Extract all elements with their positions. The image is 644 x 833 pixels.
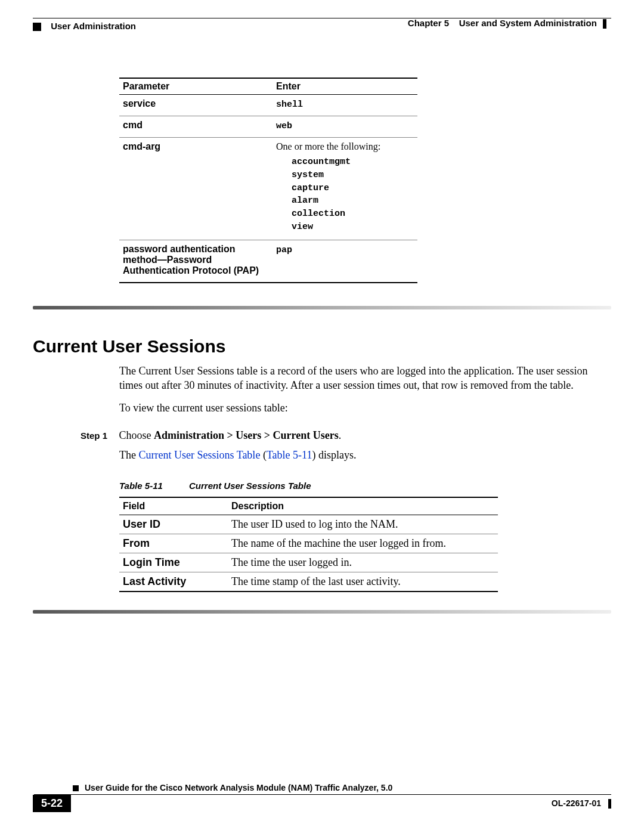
cmdarg-opt: capture (292, 182, 414, 195)
enter-cell: shell (276, 100, 303, 110)
field-cell: From (119, 534, 228, 553)
section-divider (33, 306, 611, 309)
table-row: password authentication method—Password … (119, 240, 417, 283)
cmdarg-opt: view (292, 221, 414, 234)
field-cell: User ID (119, 515, 228, 534)
table-row: From The name of the machine the user lo… (119, 534, 498, 553)
tf-post: ) displays. (312, 449, 356, 461)
tf-pre: The (119, 449, 138, 461)
table-row: cmd web (119, 116, 417, 138)
param-cell: password authentication method—Password … (119, 240, 273, 283)
chapter-label: Chapter 5 (408, 18, 449, 28)
table-caption-title: Current User Sessions Table (189, 481, 311, 491)
param-cell: service (119, 95, 273, 116)
desc-cell: The user ID used to log into the NAM. (228, 515, 498, 534)
col-description: Description (228, 497, 498, 515)
enter-cell: web (276, 121, 292, 131)
page-number-badge: 5-22 (33, 795, 71, 812)
footer-doc-title: User Guide for the Cisco Network Analysi… (85, 783, 392, 792)
step-path: Administration > Users > Current Users (154, 429, 339, 441)
tf-mid: ( (260, 449, 267, 461)
header-end-marker (603, 19, 606, 29)
cmdarg-opt: collection (292, 208, 414, 221)
step-suffix: . (339, 429, 342, 441)
table-row: service shell (119, 95, 417, 116)
page-header: Chapter 5 User and System Administration… (33, 18, 611, 31)
cmdarg-opt: alarm (292, 194, 414, 208)
section-marker-icon (33, 23, 41, 31)
chapter-title: User and System Administration (459, 18, 597, 28)
desc-cell: The name of the machine the user logged … (228, 534, 498, 553)
param-cell: cmd-arg (119, 138, 273, 240)
cmdarg-opt: accountmgmt (292, 156, 414, 169)
table-caption: Table 5-11 Current User Sessions Table (119, 481, 611, 491)
param-cell: cmd (119, 116, 273, 138)
cmdarg-intro: One or more the following: (276, 141, 380, 151)
desc-cell: The time stamp of the last user activity… (228, 572, 498, 592)
col-parameter: Parameter (119, 78, 273, 95)
footer-marker-icon (73, 785, 79, 791)
step-follow: The Current User Sessions Table (Table 5… (119, 449, 611, 462)
field-cell: Login Time (119, 553, 228, 572)
table-row: cmd-arg One or more the following: accou… (119, 138, 417, 240)
step-label: Step 1 (80, 431, 116, 441)
parameter-table: Parameter Enter service shell cmd web cm… (119, 78, 417, 283)
cmdarg-options: accountmgmt system capture alarm collect… (292, 156, 414, 234)
body-paragraph: The Current User Sessions table is a rec… (119, 364, 611, 393)
step-row: Step 1 Choose Administration > Users > C… (80, 429, 611, 442)
desc-cell: The time the user logged in. (228, 553, 498, 572)
link-current-user-sessions-table[interactable]: Current User Sessions Table (138, 449, 260, 461)
footer-end-marker (608, 799, 611, 809)
field-table: Field Description User ID The user ID us… (119, 497, 498, 592)
col-field: Field (119, 497, 228, 515)
field-cell: Last Activity (119, 572, 228, 592)
section-title: User Administration (51, 21, 136, 31)
doc-number: OL-22617-01 (552, 798, 601, 808)
page-footer: User Guide for the Cisco Network Analysi… (33, 782, 611, 812)
col-enter: Enter (273, 78, 417, 95)
link-table-5-11[interactable]: Table 5-11 (267, 449, 312, 461)
page-title: Current User Sessions (33, 336, 611, 357)
table-row: User ID The user ID used to log into the… (119, 515, 498, 534)
step-prefix: Choose (119, 429, 154, 441)
table-row: Login Time The time the user logged in. (119, 553, 498, 572)
enter-cell: pap (276, 245, 292, 255)
body-paragraph: To view the current user sessions table: (119, 401, 611, 415)
table-number: Table 5-11 (119, 481, 163, 491)
table-row: Last Activity The time stamp of the last… (119, 572, 498, 592)
cmdarg-opt: system (292, 169, 414, 182)
section-divider (33, 610, 611, 614)
